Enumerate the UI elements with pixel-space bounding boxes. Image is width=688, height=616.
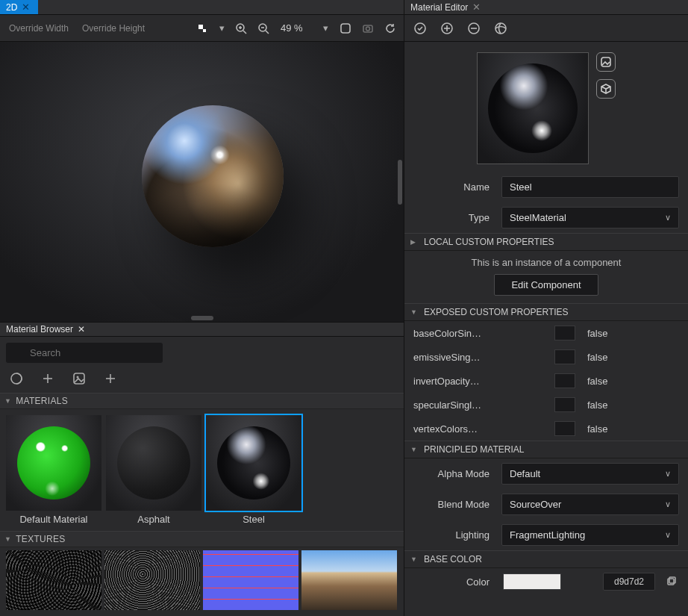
snapshot-icon[interactable] [359, 19, 377, 37]
tab-2d[interactable]: 2D ✕ [0, 0, 38, 14]
name-input[interactable] [501, 176, 679, 198]
exposed-prop-value: false [587, 352, 607, 363]
lighting-label: Lighting [413, 529, 495, 541]
texture-thumb[interactable] [203, 550, 298, 610]
color-label: Color [413, 576, 495, 588]
section-local-custom[interactable]: ▶ LOCAL CUSTOM PROPERTIES [404, 233, 688, 251]
textures-row [0, 547, 404, 616]
remove-circle-icon[interactable] [466, 20, 482, 37]
exposed-prop-name: invertOpacity… [413, 376, 482, 387]
type-select[interactable]: SteelMaterial ∨ [501, 207, 679, 228]
exposed-prop-swatch[interactable] [554, 397, 575, 412]
exposed-row: specularSingl…false [404, 393, 688, 417]
editor-toolbar [404, 15, 688, 42]
viewport-2d[interactable] [0, 42, 404, 322]
zoom-input[interactable] [278, 21, 319, 35]
override-height-button[interactable]: Override Height [78, 20, 149, 37]
aspect-dropdown-icon[interactable]: ▾ [216, 22, 228, 34]
material-card-steel[interactable]: Steel [206, 415, 301, 525]
blend-mode-label: Blend Mode [413, 499, 495, 510]
section-materials-label: MATERIALS [16, 396, 68, 406]
add-circle-icon[interactable] [439, 20, 455, 37]
materials-grid: Default Material Asphalt Steel [0, 409, 404, 531]
material-card-asphalt[interactable]: Asphalt [106, 415, 201, 525]
chevron-right-icon: ▶ [410, 238, 418, 246]
add-texture-icon[interactable] [101, 370, 119, 388]
material-preview [477, 52, 589, 164]
exposed-prop-swatch[interactable] [554, 421, 575, 436]
section-exposed-label: EXPOSED CUSTOM PROPERTIES [424, 307, 569, 317]
zoom-field-wrap: ▾ [277, 20, 332, 36]
env-icon[interactable] [596, 52, 616, 72]
exposed-prop-value: false [587, 376, 607, 387]
exposed-prop-name: vertexColors… [413, 423, 482, 435]
close-icon[interactable]: ✕ [22, 2, 32, 12]
zoom-out-icon[interactable] [254, 19, 272, 37]
material-editor-title: Material Editor [410, 2, 468, 13]
edit-component-button[interactable]: Edit Component [494, 274, 598, 296]
zoom-dropdown-icon[interactable]: ▾ [319, 22, 331, 34]
close-icon[interactable]: ✕ [78, 324, 85, 335]
aspect-lock-icon[interactable] [193, 19, 211, 37]
material-label: Steel [206, 514, 301, 525]
search-input[interactable] [6, 343, 163, 363]
color-hex-input[interactable]: d9d7d2 [603, 573, 655, 591]
editor-tabbar: Material Editor ✕ [404, 0, 688, 15]
section-basecolor[interactable]: ▼ BASE COLOR [404, 550, 688, 568]
type-label: Type [413, 212, 495, 223]
chevron-down-icon: ∨ [665, 469, 671, 479]
fit-view-icon[interactable] [337, 19, 354, 37]
chevron-down-icon: ▼ [4, 535, 11, 543]
section-exposed[interactable]: ▼ EXPOSED CUSTOM PROPERTIES [404, 303, 688, 321]
section-local-label: LOCAL CUSTOM PROPERTIES [424, 237, 554, 247]
zoom-in-icon[interactable] [232, 19, 250, 37]
lighting-select[interactable]: FragmentLighting∨ [501, 524, 679, 546]
exposed-prop-swatch[interactable] [554, 373, 575, 388]
texture-thumb[interactable] [104, 550, 200, 610]
material-card-default[interactable]: Default Material [6, 415, 101, 525]
exposed-prop-swatch[interactable] [554, 349, 575, 364]
chevron-down-icon: ▼ [410, 308, 418, 316]
preview-sphere [142, 105, 284, 247]
override-width-button[interactable]: Override Width [4, 20, 73, 37]
refresh-icon[interactable] [381, 19, 399, 37]
browser-toolbar [0, 369, 404, 393]
new-material-icon[interactable] [7, 370, 25, 388]
alpha-mode-label: Alpha Mode [413, 468, 495, 479]
chevron-down-icon: ∨ [665, 530, 671, 540]
svg-rect-0 [198, 25, 203, 29]
texture-thumb[interactable] [6, 550, 101, 610]
material-label: Asphalt [106, 514, 201, 525]
tab-material-editor[interactable]: Material Editor ✕ [404, 0, 489, 14]
exposed-prop-value: false [587, 423, 607, 435]
exposed-row: vertexColors…false [404, 417, 688, 441]
add-icon[interactable] [39, 370, 57, 388]
new-texture-icon[interactable] [70, 370, 88, 388]
copy-icon[interactable] [663, 573, 679, 590]
type-value: SteelMaterial [510, 212, 566, 223]
section-materials[interactable]: ▼ MATERIALS [0, 393, 404, 409]
svg-line-3 [243, 31, 246, 34]
viewport-resize-handle[interactable] [191, 316, 213, 320]
color-swatch[interactable] [503, 573, 561, 590]
exposed-prop-swatch[interactable] [554, 326, 575, 340]
section-basecolor-label: BASE COLOR [424, 554, 482, 564]
tab-2d-label: 2D [6, 2, 17, 13]
material-browser-header: Material Browser ✕ [0, 322, 404, 337]
apply-icon[interactable] [412, 20, 428, 37]
material-preview-block [404, 42, 688, 172]
texture-thumb[interactable] [301, 550, 397, 610]
section-textures[interactable]: ▼ TEXTURES [0, 531, 404, 547]
cube-icon[interactable] [596, 79, 616, 99]
chevron-down-icon: ▼ [410, 556, 418, 563]
close-icon[interactable]: ✕ [472, 2, 483, 12]
section-principled[interactable]: ▼ PRINCIPLED MATERIAL [404, 441, 688, 458]
svg-point-27 [495, 23, 506, 34]
section-textures-label: TEXTURES [16, 534, 65, 544]
blend-mode-select[interactable]: SourceOver∨ [501, 494, 679, 515]
viewport-scrollbar[interactable] [398, 160, 402, 205]
alpha-mode-select[interactable]: Default∨ [501, 463, 679, 485]
svg-point-11 [366, 27, 370, 31]
tab-material-browser[interactable]: Material Browser ✕ [0, 324, 91, 335]
material-ball-icon[interactable] [492, 20, 509, 37]
